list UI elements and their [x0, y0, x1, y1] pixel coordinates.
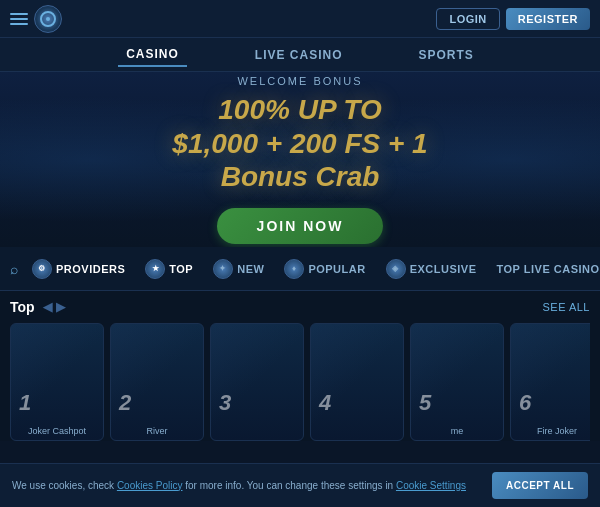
login-button[interactable]: LOGIN — [436, 8, 499, 30]
game-card-4[interactable]: 4 — [310, 323, 404, 441]
nav-tabs: CASINO LIVE CASINO SPORTS — [0, 38, 600, 72]
filter-providers[interactable]: ⚙ PROVIDERS — [26, 255, 131, 283]
logo-inner-circle — [40, 11, 56, 27]
tab-sports[interactable]: SPORTS — [411, 44, 482, 66]
hero-title: 100% UP TO $1,000 + 200 FS + 1 Bonus Cra… — [172, 93, 427, 194]
filter-exclusive[interactable]: ◈ EXCLUSIVE — [380, 255, 483, 283]
menu-line-3 — [10, 23, 28, 25]
cookie-text-before: We use cookies, check — [12, 480, 117, 491]
game-number-5: 5 — [419, 390, 431, 416]
game-card-6[interactable]: 6 Fire Joker — [510, 323, 590, 441]
game-number-6: 6 — [519, 390, 531, 416]
games-nav-arrows: ◀ ▶ — [43, 300, 65, 314]
game-card-5[interactable]: 5 me — [410, 323, 504, 441]
filter-bar: ⌕ ⚙ PROVIDERS ★ TOP ✦ NEW ♦ POPULAR ◈ EX… — [0, 247, 600, 291]
register-button[interactable]: REGISTER — [506, 8, 590, 30]
header: LOGIN REGISTER — [0, 0, 600, 38]
logo-icon[interactable] — [34, 5, 62, 33]
filter-popular-label: POPULAR — [308, 263, 365, 275]
tab-live-casino[interactable]: LIVE CASINO — [247, 44, 351, 66]
hero-section: WELCOME BONUS 100% UP TO $1,000 + 200 FS… — [0, 72, 600, 247]
filter-exclusive-label: EXCLUSIVE — [410, 263, 477, 275]
hero-line-1: 100% UP TO — [172, 93, 427, 127]
game-name-6: Fire Joker — [511, 426, 590, 436]
cookie-text: We use cookies, check Cookies Policy for… — [12, 479, 482, 493]
cookie-settings-link[interactable]: Cookie Settings — [396, 480, 466, 491]
game-number-4: 4 — [319, 390, 331, 416]
game-number-3: 3 — [219, 390, 231, 416]
game-number-1: 1 — [19, 390, 31, 416]
search-icon[interactable]: ⌕ — [10, 258, 18, 280]
game-name-2: River — [111, 426, 203, 436]
see-all-link[interactable]: SEE ALL — [542, 301, 590, 313]
game-card-1[interactable]: 1 Joker Cashpot — [10, 323, 104, 441]
new-icon: ✦ — [213, 259, 233, 279]
arrow-left[interactable]: ◀ — [43, 300, 52, 314]
filter-popular[interactable]: ♦ POPULAR — [278, 255, 371, 283]
menu-line-2 — [10, 18, 28, 20]
filter-providers-label: PROVIDERS — [56, 263, 125, 275]
filter-top-live[interactable]: TOP LIVE CASINO — [491, 259, 600, 279]
accept-all-button[interactable]: ACCEPT ALL — [492, 472, 588, 499]
exclusive-icon: ◈ — [386, 259, 406, 279]
filter-new[interactable]: ✦ NEW — [207, 255, 270, 283]
game-number-2: 2 — [119, 390, 131, 416]
cookies-policy-link[interactable]: Cookies Policy — [117, 480, 183, 491]
providers-icon: ⚙ — [32, 259, 52, 279]
cookie-banner: We use cookies, check Cookies Policy for… — [0, 463, 600, 507]
cookie-text-middle: for more info. You can change these sett… — [182, 480, 395, 491]
games-section: Top ◀ ▶ SEE ALL 1 Joker Cashpot 2 River … — [0, 291, 600, 441]
game-card-3[interactable]: 3 — [210, 323, 304, 441]
filter-new-label: NEW — [237, 263, 264, 275]
filter-top-label: TOP — [169, 263, 193, 275]
logo[interactable] — [10, 5, 62, 33]
game-name-5: me — [411, 426, 503, 436]
hero-line-3: Bonus Crab — [172, 160, 427, 194]
games-title-area: Top ◀ ▶ — [10, 299, 65, 315]
top-icon: ★ — [145, 259, 165, 279]
game-cards-container: 1 Joker Cashpot 2 River 3 4 5 me 6 Fire … — [10, 323, 590, 441]
menu-icon[interactable] — [10, 10, 28, 28]
game-card-2[interactable]: 2 River — [110, 323, 204, 441]
filter-top[interactable]: ★ TOP — [139, 255, 199, 283]
popular-icon: ♦ — [284, 259, 304, 279]
menu-line-1 — [10, 13, 28, 15]
games-header: Top ◀ ▶ SEE ALL — [10, 299, 590, 315]
join-now-button[interactable]: JOIN NOW — [217, 208, 384, 244]
games-section-title: Top — [10, 299, 35, 315]
game-name-1: Joker Cashpot — [11, 426, 103, 436]
welcome-label: WELCOME BONUS — [237, 75, 362, 87]
header-buttons: LOGIN REGISTER — [436, 8, 590, 30]
hero-line-2: $1,000 + 200 FS + 1 — [172, 127, 427, 161]
arrow-right[interactable]: ▶ — [56, 300, 65, 314]
filter-top-live-label: TOP LIVE CASINO — [497, 263, 600, 275]
tab-casino[interactable]: CASINO — [118, 43, 187, 67]
